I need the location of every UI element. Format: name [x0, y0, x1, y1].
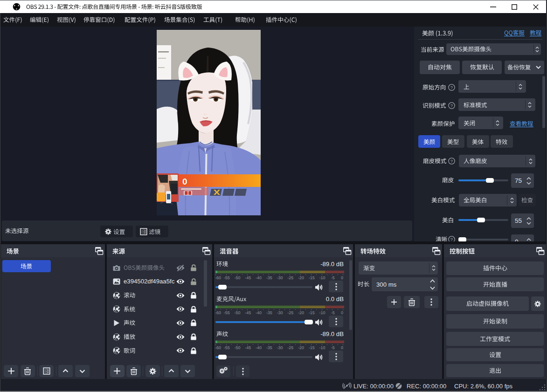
svg-text:?: ? [450, 158, 452, 164]
svg-text:?: ? [450, 85, 452, 90]
svg-text:?: ? [450, 103, 452, 108]
svg-text:0: 0 [182, 177, 187, 186]
